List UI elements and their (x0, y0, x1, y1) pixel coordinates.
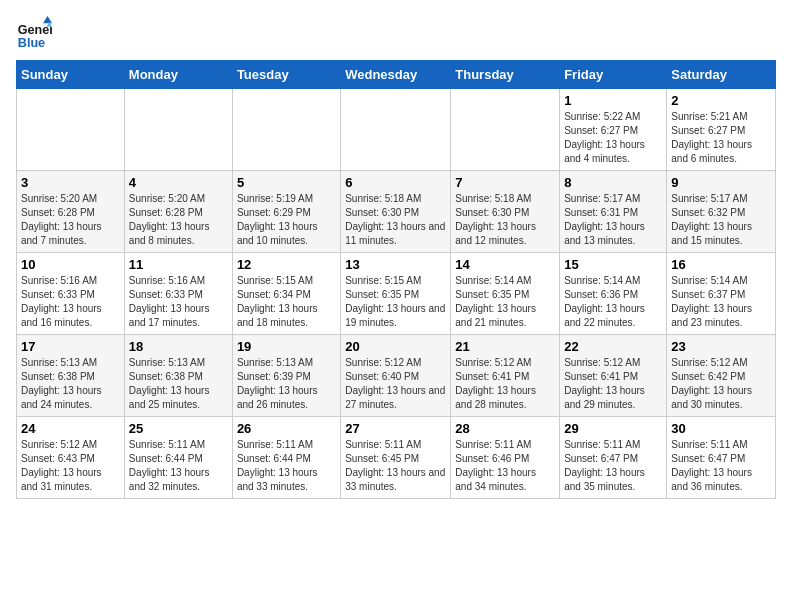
day-cell: 23Sunrise: 5:12 AM Sunset: 6:42 PM Dayli… (667, 335, 776, 417)
day-info: Sunrise: 5:12 AM Sunset: 6:41 PM Dayligh… (564, 356, 662, 412)
day-number: 15 (564, 257, 662, 272)
day-cell: 18Sunrise: 5:13 AM Sunset: 6:38 PM Dayli… (124, 335, 232, 417)
header-cell-saturday: Saturday (667, 61, 776, 89)
calendar-table: SundayMondayTuesdayWednesdayThursdayFrid… (16, 60, 776, 499)
day-number: 8 (564, 175, 662, 190)
day-info: Sunrise: 5:12 AM Sunset: 6:43 PM Dayligh… (21, 438, 120, 494)
day-cell: 24Sunrise: 5:12 AM Sunset: 6:43 PM Dayli… (17, 417, 125, 499)
day-cell: 27Sunrise: 5:11 AM Sunset: 6:45 PM Dayli… (341, 417, 451, 499)
day-cell: 5Sunrise: 5:19 AM Sunset: 6:29 PM Daylig… (232, 171, 340, 253)
day-cell: 15Sunrise: 5:14 AM Sunset: 6:36 PM Dayli… (560, 253, 667, 335)
day-number: 12 (237, 257, 336, 272)
day-cell: 13Sunrise: 5:15 AM Sunset: 6:35 PM Dayli… (341, 253, 451, 335)
day-cell: 25Sunrise: 5:11 AM Sunset: 6:44 PM Dayli… (124, 417, 232, 499)
header-cell-friday: Friday (560, 61, 667, 89)
header-cell-thursday: Thursday (451, 61, 560, 89)
day-cell: 6Sunrise: 5:18 AM Sunset: 6:30 PM Daylig… (341, 171, 451, 253)
day-cell: 3Sunrise: 5:20 AM Sunset: 6:28 PM Daylig… (17, 171, 125, 253)
day-number: 14 (455, 257, 555, 272)
day-number: 16 (671, 257, 771, 272)
day-cell: 14Sunrise: 5:14 AM Sunset: 6:35 PM Dayli… (451, 253, 560, 335)
logo: General Blue (16, 16, 52, 52)
day-cell: 20Sunrise: 5:12 AM Sunset: 6:40 PM Dayli… (341, 335, 451, 417)
day-number: 19 (237, 339, 336, 354)
day-info: Sunrise: 5:16 AM Sunset: 6:33 PM Dayligh… (21, 274, 120, 330)
svg-text:Blue: Blue (18, 36, 45, 50)
day-info: Sunrise: 5:18 AM Sunset: 6:30 PM Dayligh… (455, 192, 555, 248)
week-row-2: 3Sunrise: 5:20 AM Sunset: 6:28 PM Daylig… (17, 171, 776, 253)
week-row-3: 10Sunrise: 5:16 AM Sunset: 6:33 PM Dayli… (17, 253, 776, 335)
day-cell: 2Sunrise: 5:21 AM Sunset: 6:27 PM Daylig… (667, 89, 776, 171)
day-number: 9 (671, 175, 771, 190)
day-cell (17, 89, 125, 171)
day-info: Sunrise: 5:11 AM Sunset: 6:44 PM Dayligh… (237, 438, 336, 494)
day-info: Sunrise: 5:11 AM Sunset: 6:47 PM Dayligh… (564, 438, 662, 494)
day-cell: 1Sunrise: 5:22 AM Sunset: 6:27 PM Daylig… (560, 89, 667, 171)
day-number: 5 (237, 175, 336, 190)
day-cell: 8Sunrise: 5:17 AM Sunset: 6:31 PM Daylig… (560, 171, 667, 253)
day-cell: 9Sunrise: 5:17 AM Sunset: 6:32 PM Daylig… (667, 171, 776, 253)
day-info: Sunrise: 5:12 AM Sunset: 6:41 PM Dayligh… (455, 356, 555, 412)
day-number: 10 (21, 257, 120, 272)
day-cell: 16Sunrise: 5:14 AM Sunset: 6:37 PM Dayli… (667, 253, 776, 335)
day-cell: 11Sunrise: 5:16 AM Sunset: 6:33 PM Dayli… (124, 253, 232, 335)
day-info: Sunrise: 5:15 AM Sunset: 6:34 PM Dayligh… (237, 274, 336, 330)
week-row-5: 24Sunrise: 5:12 AM Sunset: 6:43 PM Dayli… (17, 417, 776, 499)
week-row-1: 1Sunrise: 5:22 AM Sunset: 6:27 PM Daylig… (17, 89, 776, 171)
day-number: 2 (671, 93, 771, 108)
day-info: Sunrise: 5:17 AM Sunset: 6:32 PM Dayligh… (671, 192, 771, 248)
day-cell: 7Sunrise: 5:18 AM Sunset: 6:30 PM Daylig… (451, 171, 560, 253)
header-cell-tuesday: Tuesday (232, 61, 340, 89)
day-info: Sunrise: 5:16 AM Sunset: 6:33 PM Dayligh… (129, 274, 228, 330)
day-cell: 26Sunrise: 5:11 AM Sunset: 6:44 PM Dayli… (232, 417, 340, 499)
day-number: 17 (21, 339, 120, 354)
day-info: Sunrise: 5:22 AM Sunset: 6:27 PM Dayligh… (564, 110, 662, 166)
day-number: 20 (345, 339, 446, 354)
day-cell (124, 89, 232, 171)
day-cell (341, 89, 451, 171)
day-cell: 19Sunrise: 5:13 AM Sunset: 6:39 PM Dayli… (232, 335, 340, 417)
day-number: 21 (455, 339, 555, 354)
day-cell: 4Sunrise: 5:20 AM Sunset: 6:28 PM Daylig… (124, 171, 232, 253)
day-number: 18 (129, 339, 228, 354)
day-info: Sunrise: 5:14 AM Sunset: 6:36 PM Dayligh… (564, 274, 662, 330)
day-number: 4 (129, 175, 228, 190)
day-info: Sunrise: 5:13 AM Sunset: 6:39 PM Dayligh… (237, 356, 336, 412)
day-info: Sunrise: 5:11 AM Sunset: 6:46 PM Dayligh… (455, 438, 555, 494)
day-number: 3 (21, 175, 120, 190)
logo-icon: General Blue (16, 16, 52, 52)
day-cell (232, 89, 340, 171)
header-cell-monday: Monday (124, 61, 232, 89)
day-info: Sunrise: 5:19 AM Sunset: 6:29 PM Dayligh… (237, 192, 336, 248)
day-cell: 17Sunrise: 5:13 AM Sunset: 6:38 PM Dayli… (17, 335, 125, 417)
day-info: Sunrise: 5:20 AM Sunset: 6:28 PM Dayligh… (129, 192, 228, 248)
day-number: 23 (671, 339, 771, 354)
day-cell: 22Sunrise: 5:12 AM Sunset: 6:41 PM Dayli… (560, 335, 667, 417)
header: General Blue (16, 16, 776, 52)
day-cell: 12Sunrise: 5:15 AM Sunset: 6:34 PM Dayli… (232, 253, 340, 335)
day-number: 29 (564, 421, 662, 436)
day-number: 1 (564, 93, 662, 108)
header-cell-wednesday: Wednesday (341, 61, 451, 89)
day-info: Sunrise: 5:12 AM Sunset: 6:40 PM Dayligh… (345, 356, 446, 412)
day-number: 11 (129, 257, 228, 272)
day-number: 25 (129, 421, 228, 436)
day-number: 30 (671, 421, 771, 436)
svg-marker-2 (43, 16, 52, 23)
day-info: Sunrise: 5:13 AM Sunset: 6:38 PM Dayligh… (21, 356, 120, 412)
calendar-header-row: SundayMondayTuesdayWednesdayThursdayFrid… (17, 61, 776, 89)
day-number: 13 (345, 257, 446, 272)
day-info: Sunrise: 5:21 AM Sunset: 6:27 PM Dayligh… (671, 110, 771, 166)
day-cell: 30Sunrise: 5:11 AM Sunset: 6:47 PM Dayli… (667, 417, 776, 499)
day-number: 7 (455, 175, 555, 190)
day-info: Sunrise: 5:17 AM Sunset: 6:31 PM Dayligh… (564, 192, 662, 248)
day-info: Sunrise: 5:11 AM Sunset: 6:45 PM Dayligh… (345, 438, 446, 494)
day-number: 26 (237, 421, 336, 436)
day-info: Sunrise: 5:11 AM Sunset: 6:44 PM Dayligh… (129, 438, 228, 494)
day-info: Sunrise: 5:15 AM Sunset: 6:35 PM Dayligh… (345, 274, 446, 330)
day-cell: 29Sunrise: 5:11 AM Sunset: 6:47 PM Dayli… (560, 417, 667, 499)
day-info: Sunrise: 5:14 AM Sunset: 6:37 PM Dayligh… (671, 274, 771, 330)
day-info: Sunrise: 5:12 AM Sunset: 6:42 PM Dayligh… (671, 356, 771, 412)
day-info: Sunrise: 5:18 AM Sunset: 6:30 PM Dayligh… (345, 192, 446, 248)
day-cell: 21Sunrise: 5:12 AM Sunset: 6:41 PM Dayli… (451, 335, 560, 417)
